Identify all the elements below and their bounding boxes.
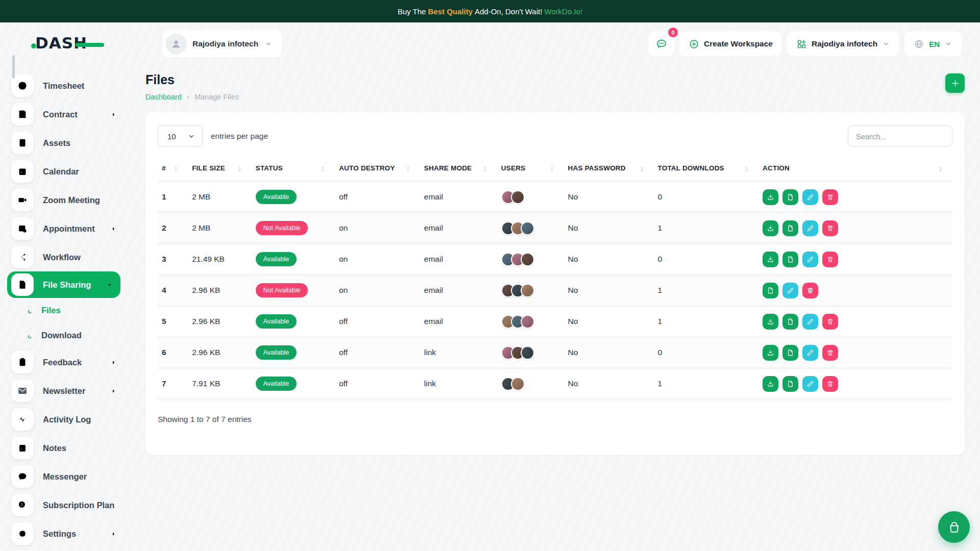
banner-highlight: Best Quality xyxy=(428,7,473,16)
sort-icon[interactable] xyxy=(481,165,489,173)
file-copy-button[interactable] xyxy=(782,314,798,330)
file-copy-button[interactable] xyxy=(782,220,798,236)
download-button[interactable] xyxy=(763,376,778,392)
sort-icon[interactable] xyxy=(404,165,412,173)
sidebar-item-assets[interactable]: Assets xyxy=(0,129,128,157)
chevron-right-icon xyxy=(110,530,117,538)
edit-button[interactable] xyxy=(802,252,818,267)
messages-button[interactable]: 0 xyxy=(649,31,674,57)
delete-button[interactable] xyxy=(822,252,838,267)
delete-button[interactable] xyxy=(822,220,838,236)
sidebar-item-settings[interactable]: Settings xyxy=(0,519,128,548)
user-avatar xyxy=(521,284,534,297)
sort-icon[interactable] xyxy=(236,165,243,173)
dash-logo[interactable]: DASH xyxy=(29,33,105,55)
edit-button[interactable] xyxy=(802,376,818,392)
delete-button[interactable] xyxy=(822,189,838,205)
sidebar-item-label: Appointment xyxy=(43,224,95,234)
download-button[interactable] xyxy=(763,189,778,205)
calculator-icon xyxy=(11,132,34,154)
sidebar-item-label: File Sharing xyxy=(43,280,91,290)
table-footer-status: Showing 1 to 7 of 7 entries xyxy=(158,415,952,424)
pencil-icon xyxy=(806,193,814,201)
company-name: Rajodiya infotech xyxy=(812,39,877,48)
plus-circle-icon xyxy=(689,39,699,49)
file-icon xyxy=(787,318,794,325)
workspace-selector[interactable]: Rajodiya infotech xyxy=(162,30,282,58)
delete-button[interactable] xyxy=(822,314,838,330)
language-selector[interactable]: EN xyxy=(904,31,962,57)
sort-icon[interactable] xyxy=(319,165,327,173)
download-button[interactable] xyxy=(763,345,778,361)
sidebar-item-label: Calendar xyxy=(43,167,79,177)
cell-actions xyxy=(758,275,952,306)
buy-addon-fab[interactable] xyxy=(938,511,970,543)
table-row: 22 MBNot AvailableonemailNo1 xyxy=(158,213,952,244)
sidebar-item-label: Activity Log xyxy=(43,415,91,424)
sort-icon[interactable] xyxy=(937,165,944,173)
sort-icon[interactable] xyxy=(638,165,646,173)
trash-icon xyxy=(826,256,834,263)
sidebar-item-appointment[interactable]: Appointment xyxy=(0,214,128,243)
cell-share-mode: email xyxy=(420,244,497,275)
status-badge: Available xyxy=(256,190,297,204)
banner-workdo-link[interactable]: WorkDo.Io! xyxy=(544,7,582,16)
sidebar-item-subscription-plan[interactable]: $Subscription Plan xyxy=(0,491,128,519)
sidebar-item-newsletter[interactable]: Newsletter xyxy=(0,377,128,405)
sidebar-item-label: Subscription Plan xyxy=(43,500,114,510)
file-copy-button[interactable] xyxy=(782,189,798,205)
sidebar-item-calendar[interactable]: Calendar xyxy=(0,157,128,186)
download-button[interactable] xyxy=(763,314,778,330)
sort-icon[interactable] xyxy=(548,165,556,173)
edit-button[interactable] xyxy=(802,345,818,361)
sort-icon[interactable] xyxy=(743,165,750,173)
table-row: 52.96 KBAvailableoffemailNo1 xyxy=(158,306,952,337)
sidebar-item-zoom-meeting[interactable]: Zoom Meeting xyxy=(0,186,128,214)
files-table: #FILE SIZESTATUSAUTO DESTROYSHARE MODEUS… xyxy=(158,159,952,400)
entries-per-page-select[interactable]: 10 xyxy=(158,126,203,147)
sidebar-item-messenger[interactable]: Messenger xyxy=(0,462,128,491)
workspace-avatar xyxy=(166,34,186,54)
download-button[interactable] xyxy=(763,252,778,267)
cell-total-downloads: 1 xyxy=(654,306,759,337)
sidebar-item-label: Feedback xyxy=(43,358,82,367)
sidebar-item-timesheet[interactable]: Timesheet xyxy=(0,71,128,100)
status-badge: Not Available xyxy=(256,221,308,235)
status-badge: Available xyxy=(256,252,297,266)
sidebar-item-file-sharing[interactable]: File Sharing xyxy=(7,271,120,298)
edit-button[interactable] xyxy=(802,220,818,236)
sidebar-item-workflow[interactable]: Workflow xyxy=(0,243,128,271)
company-selector[interactable]: Rajodiya infotech xyxy=(787,31,899,57)
sidebar-scrollbar-thumb[interactable] xyxy=(12,55,15,79)
sort-icon[interactable] xyxy=(172,165,180,173)
sidebar-item-feedback[interactable]: Feedback xyxy=(0,348,128,377)
delete-button[interactable] xyxy=(822,345,838,361)
file-icon xyxy=(787,349,794,357)
cell-has-password: No xyxy=(564,337,654,368)
download-button[interactable] xyxy=(763,220,778,236)
cell-file-size: 2 MB xyxy=(188,182,252,213)
file-copy-button[interactable] xyxy=(782,252,798,267)
sidebar-item-activity-log[interactable]: Activity Log xyxy=(0,405,128,434)
file-copy-button[interactable] xyxy=(763,283,778,298)
create-workspace-button[interactable]: Create Workspace xyxy=(679,31,782,57)
sidebar-item-contract[interactable]: Contract xyxy=(0,100,128,129)
file-copy-button[interactable] xyxy=(782,376,798,392)
create-file-button[interactable] xyxy=(945,73,965,93)
sidebar-item-label: Contract xyxy=(43,110,78,119)
breadcrumb-dashboard-link[interactable]: Dashboard xyxy=(145,93,182,101)
file-copy-button[interactable] xyxy=(782,345,798,361)
sidebar-item-notes[interactable]: Notes xyxy=(0,434,128,462)
sidebar-subitem-files[interactable]: Files xyxy=(0,298,128,323)
edit-button[interactable] xyxy=(802,314,818,330)
cell-users xyxy=(497,213,564,244)
edit-button[interactable] xyxy=(782,283,798,298)
delete-button[interactable] xyxy=(802,283,818,298)
delete-button[interactable] xyxy=(822,376,838,392)
search-input[interactable] xyxy=(848,126,952,147)
table-row: 77.91 KBAvailableofflinkNo1 xyxy=(158,368,952,399)
cell-total-downloads: 1 xyxy=(654,213,759,244)
cell-auto-destroy: on xyxy=(335,275,420,306)
sidebar-subitem-download[interactable]: Download xyxy=(0,323,128,348)
edit-button[interactable] xyxy=(802,189,818,205)
